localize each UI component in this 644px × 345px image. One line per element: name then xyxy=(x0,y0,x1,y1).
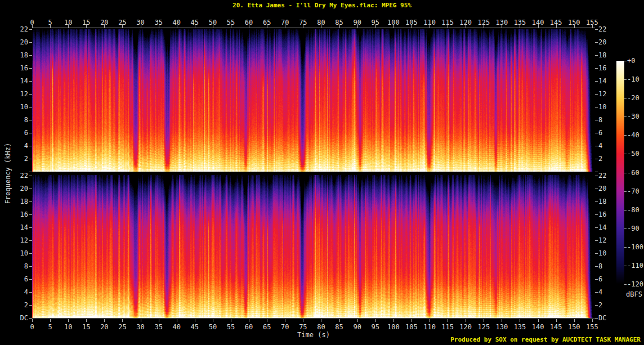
time-tick-bottom xyxy=(104,319,105,322)
colorbar-tick-label: -120 xyxy=(627,281,644,288)
time-tick-top xyxy=(412,24,412,28)
time-tick-label-bottom: 65 xyxy=(257,324,277,330)
time-tick-bottom xyxy=(556,319,557,322)
time-tick-label-bottom: 85 xyxy=(329,324,350,330)
time-tick-bottom xyxy=(321,319,321,322)
freq-tick-label-left: 6 xyxy=(6,276,28,283)
time-tick-label-bottom: 55 xyxy=(221,324,241,330)
freq-tick-label-left: 12 xyxy=(6,91,28,97)
freq-tick-label-left: 2 xyxy=(6,302,28,308)
freq-tick-label-left: 14 xyxy=(6,224,28,231)
time-tick-label-bottom: 40 xyxy=(167,324,187,330)
colorbar-tick xyxy=(624,191,627,192)
colorbar-tick-label: -80 xyxy=(627,207,644,213)
time-tick-bottom xyxy=(375,319,376,322)
freq-tick-right xyxy=(595,227,598,228)
time-tick-bottom xyxy=(592,319,593,322)
time-tick-bottom xyxy=(466,319,466,322)
freq-tick-label-left: 18 xyxy=(6,52,28,59)
spectrogram-canvas-right-channel xyxy=(32,175,595,318)
time-tick-top xyxy=(141,24,141,28)
time-tick-bottom xyxy=(86,319,87,322)
freq-dc-label-right: DC xyxy=(598,315,621,321)
colorbar-gradient xyxy=(616,61,624,284)
time-tick-label-bottom: 135 xyxy=(509,324,530,330)
time-tick-label-bottom: 125 xyxy=(473,324,494,330)
time-tick-top xyxy=(267,24,267,28)
freq-tick-right xyxy=(595,240,598,241)
freq-tick-label-left: 22 xyxy=(6,26,28,33)
time-tick-label-bottom: 70 xyxy=(275,324,295,330)
freq-tick-right xyxy=(595,81,598,82)
colorbar-tick-label: -70 xyxy=(627,188,644,195)
time-tick-bottom xyxy=(195,319,195,322)
time-axis-line-top xyxy=(32,28,595,28)
time-tick-label-bottom: 15 xyxy=(76,324,96,330)
time-tick-top xyxy=(122,24,123,28)
time-tick-top xyxy=(339,24,340,28)
freq-tick-right xyxy=(595,292,598,293)
time-tick-top xyxy=(592,24,593,28)
time-tick-top xyxy=(321,24,321,28)
time-tick-bottom xyxy=(68,319,69,322)
freq-tick-right xyxy=(595,94,598,95)
time-tick-label-bottom: 75 xyxy=(293,324,313,330)
time-tick-top xyxy=(448,24,448,28)
sox-spectrogram-window: 20. Etta James - I'll Dry My Eyes.flac: … xyxy=(0,0,644,345)
colorbar-tick xyxy=(624,135,627,136)
freq-tick-label-right: 22 xyxy=(598,26,621,33)
colorbar-tick-label: -30 xyxy=(627,113,644,120)
time-tick-label-bottom: 20 xyxy=(94,324,114,330)
freq-tick-dc-left xyxy=(29,172,32,172)
time-tick-top xyxy=(538,24,539,28)
time-tick-top xyxy=(177,24,177,28)
time-tick-label-bottom: 95 xyxy=(365,324,386,330)
freq-tick-dc-right xyxy=(595,318,598,319)
freq-tick-label-right: 4 xyxy=(598,289,621,295)
time-tick-label-bottom: 45 xyxy=(185,324,205,330)
time-tick-bottom xyxy=(285,319,285,322)
freq-tick-label-left: 8 xyxy=(6,117,28,123)
freq-tick-label-left: 8 xyxy=(6,263,28,270)
colorbar-tick-label: +0 xyxy=(627,57,644,64)
time-tick-label-bottom: 5 xyxy=(40,324,60,330)
colorbar-tick-label: -20 xyxy=(627,95,644,101)
time-tick-bottom xyxy=(32,319,33,322)
time-tick-label-bottom: 60 xyxy=(239,324,259,330)
freq-tick-right xyxy=(595,189,598,189)
freq-tick-dc-right xyxy=(595,172,598,172)
time-tick-top xyxy=(484,24,484,28)
time-tick-label-bottom: 110 xyxy=(419,324,440,330)
freq-tick-label-left: 10 xyxy=(6,104,28,110)
time-tick-bottom xyxy=(430,319,430,322)
freq-tick-label-right: 2 xyxy=(598,302,621,308)
time-tick-label-bottom: 115 xyxy=(437,324,458,330)
time-tick-label-bottom: 130 xyxy=(491,324,512,330)
freq-tick-right xyxy=(595,107,598,107)
time-tick-bottom xyxy=(231,319,231,322)
time-tick-bottom xyxy=(502,319,502,322)
colorbar-tick xyxy=(624,117,627,117)
time-tick-bottom xyxy=(177,319,177,322)
time-tick-top xyxy=(393,24,394,28)
frequency-axis-title: Frequency (kHz) xyxy=(4,143,12,204)
freq-tick-right xyxy=(595,120,598,120)
colorbar-tick-label: -50 xyxy=(627,150,644,157)
time-tick-top xyxy=(556,24,557,28)
time-tick-label-bottom: 50 xyxy=(203,324,223,330)
time-tick-bottom xyxy=(141,319,141,322)
freq-dc-label-left: DC xyxy=(6,315,28,321)
freq-tick-label-left: 6 xyxy=(6,129,28,136)
freq-tick-right xyxy=(595,29,598,30)
credits-footer: Produced by SOX on request by AUCDTECT T… xyxy=(450,336,641,343)
time-tick-bottom xyxy=(122,319,123,322)
colorbar-tick-label: -60 xyxy=(627,169,644,176)
time-tick-bottom xyxy=(393,319,394,322)
colorbar-tick-label: -10 xyxy=(627,76,644,83)
time-tick-top xyxy=(50,24,51,28)
freq-tick-label-right: 18 xyxy=(598,52,621,59)
time-tick-top xyxy=(574,24,575,28)
colorbar-tick xyxy=(624,98,627,98)
time-axis-line-bottom xyxy=(32,319,595,319)
freq-tick-label-left: 4 xyxy=(6,289,28,295)
